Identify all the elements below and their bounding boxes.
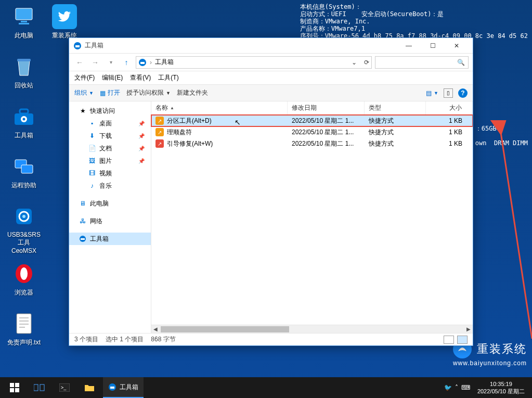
forward-button[interactable]: → — [89, 56, 101, 69]
taskview-button[interactable] — [28, 377, 51, 398]
sidebar-videos[interactable]: 🎞视频 — [69, 167, 151, 179]
sidebar-toolbox[interactable]: 工具箱 — [69, 233, 151, 245]
toolbar-newfolder[interactable]: 新建文件夹 — [177, 88, 208, 97]
scroll-thumb[interactable] — [161, 326, 289, 332]
toolbar-open[interactable]: ▦ 打开 — [100, 88, 120, 97]
pin-icon: 📌 — [138, 133, 145, 139]
toolbar-grant[interactable]: 授予访问权限 ▼ — [126, 88, 171, 97]
start-button[interactable] — [3, 377, 26, 398]
file-type: 快捷方式 — [365, 115, 426, 126]
menubar: 文件(F) 编辑(E) 查看(V) 工具(T) — [69, 71, 473, 85]
maximize-button[interactable]: ☐ — [421, 38, 445, 54]
shortcut-icon: ↗ — [155, 139, 164, 148]
remote-icon — [13, 157, 35, 176]
window-title: 工具箱 — [85, 41, 103, 50]
sort-asc-icon: ▲ — [170, 106, 174, 110]
help-button[interactable]: ? — [458, 88, 468, 98]
file-date: 2022/05/10 星期二 1... — [288, 126, 365, 138]
opera-icon — [14, 263, 34, 284]
svg-rect-3 — [17, 59, 31, 61]
sidebar-pictures[interactable]: 🖼图片📌 — [69, 155, 151, 167]
desktop-icon-remote[interactable]: 远程协助 — [5, 154, 43, 190]
system-tray: 🐦 ˄ ⌨ 10:35:19 2022/05/10 星期二 — [444, 380, 529, 395]
menu-edit[interactable]: 编辑(E) — [102, 73, 123, 82]
sidebar-downloads[interactable]: ⬇下载📌 — [69, 130, 151, 142]
file-date: 2022/05/10 星期二 1... — [288, 138, 365, 149]
desktop-icon-this-pc[interactable]: 此电脑 — [5, 4, 43, 40]
menu-view[interactable]: 查看(V) — [130, 73, 151, 82]
col-name[interactable]: 名称▲ — [151, 101, 288, 114]
desktop-icon-recycle[interactable]: 回收站 — [5, 54, 43, 90]
label: USB3&SRS 工具CeoMSX — [5, 231, 43, 254]
status-bar: 3 个项目 选中 1 个项目 868 字节 — [69, 333, 473, 345]
app-icon — [73, 42, 82, 50]
sidebar-this-pc[interactable]: 🖥此电脑 — [69, 197, 151, 210]
scroll-right[interactable]: ▶ — [464, 326, 473, 332]
address-bar[interactable]: › 工具箱 ⌄ ⟳ — [136, 56, 372, 69]
shortcut-icon: ↗ — [155, 117, 164, 125]
preview-pane-button[interactable]: ▯ — [444, 88, 453, 98]
system-info-text: 本机信息(System)： 启动方式：UEFI 安全启动(SecureBoot)… — [300, 3, 528, 40]
file-row[interactable]: ↗引导修复(Alt+W)2022/05/10 星期二 1...快捷方式1 KB — [151, 138, 473, 149]
label: 浏览器 — [5, 288, 43, 297]
svg-point-12 — [22, 215, 25, 218]
folder-icon — [84, 383, 95, 392]
scroll-left[interactable]: ◀ — [151, 326, 160, 332]
file-date: 2022/05/10 星期二 1... — [288, 115, 365, 126]
svg-rect-33 — [40, 384, 44, 391]
desktop-icon-browser[interactable]: 浏览器 — [5, 261, 43, 297]
horizontal-scrollbar[interactable]: ◀ ▶ — [151, 325, 473, 333]
col-size[interactable]: 大小 — [426, 101, 473, 114]
sidebar-network[interactable]: 🖧网络 — [69, 215, 151, 227]
address-dropdown[interactable]: ⌄ — [352, 59, 357, 66]
toolbox-task-icon — [108, 383, 116, 391]
cursor-icon: ↖ — [235, 118, 241, 126]
back-button[interactable]: ← — [73, 56, 86, 69]
tray-keyboard-icon[interactable]: ⌨ — [461, 384, 470, 391]
bin-icon — [14, 56, 34, 78]
task-label: 工具箱 — [120, 383, 138, 392]
task-toolbox[interactable]: 工具箱 — [103, 377, 144, 398]
up-button[interactable]: ↑ — [120, 56, 133, 69]
file-row[interactable]: ↗理顺盘符2022/05/10 星期二 1...快捷方式1 KB — [151, 126, 473, 138]
refresh-button[interactable]: ⟳ — [364, 59, 369, 66]
svg-rect-26 — [81, 238, 85, 240]
col-date[interactable]: 修改日期 — [288, 101, 365, 114]
menu-file[interactable]: 文件(F) — [74, 73, 95, 82]
close-button[interactable]: ✕ — [445, 38, 469, 54]
icons-view-button[interactable] — [457, 336, 468, 344]
svg-point-7 — [23, 118, 25, 121]
details-view-button[interactable] — [444, 336, 454, 344]
sidebar-quick-access[interactable]: ★快速访问 — [69, 105, 151, 117]
terminal-icon: >_ — [59, 383, 70, 392]
col-type[interactable]: 类型 — [365, 101, 426, 114]
svg-rect-24 — [140, 62, 145, 64]
svg-rect-30 — [10, 388, 14, 392]
file-row[interactable]: ↗分区工具(Alt+D)↖2022/05/10 星期二 1...快捷方式1 KB — [151, 115, 473, 126]
svg-rect-0 — [16, 8, 32, 20]
desktop-icon-usb3[interactable]: USB3&SRS 工具CeoMSX — [5, 204, 43, 254]
file-type: 快捷方式 — [365, 138, 426, 149]
search-box[interactable]: 🔍 — [375, 56, 469, 69]
explorer-button[interactable] — [78, 377, 101, 398]
svg-rect-5 — [20, 109, 28, 113]
tray-bird-icon[interactable]: 🐦 — [444, 384, 452, 391]
desktop-icon-reinstall[interactable]: 重装系统 — [46, 4, 83, 40]
file-name: 理顺盘符 — [167, 128, 192, 137]
view-mode-button[interactable]: ▤ ▼ — [426, 89, 438, 97]
menu-tools[interactable]: 工具(T) — [158, 73, 178, 82]
sidebar: ★快速访问 ▪桌面📌 ⬇下载📌 📄文档📌 🖼图片📌 🎞视频 ♪音乐 🖥此电脑 🖧… — [69, 101, 151, 333]
tray-chevron-icon[interactable]: ˄ — [455, 384, 458, 391]
toolbar-organize[interactable]: 组织 ▼ — [74, 88, 94, 97]
sidebar-documents[interactable]: 📄文档📌 — [69, 142, 151, 155]
sidebar-music[interactable]: ♪音乐 — [69, 179, 151, 192]
minimize-button[interactable]: ― — [397, 38, 421, 54]
clock-time: 10:35:19 — [477, 380, 525, 388]
desktop-icon-toolbox[interactable]: 工具箱 — [5, 104, 43, 140]
sidebar-desktop[interactable]: ▪桌面📌 — [69, 117, 151, 130]
recent-button[interactable]: ▾ — [105, 56, 117, 69]
desktop-icon-disclaimer[interactable]: 免责声明.txt — [5, 311, 43, 347]
terminal-button[interactable]: >_ — [53, 377, 76, 398]
navbar: ← → ▾ ↑ › 工具箱 ⌄ ⟳ 🔍 — [69, 54, 473, 71]
taskbar-clock[interactable]: 10:35:19 2022/05/10 星期二 — [473, 380, 529, 395]
